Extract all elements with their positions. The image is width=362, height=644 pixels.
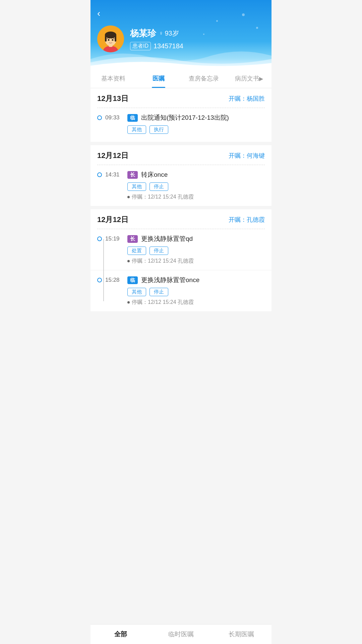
tag-exec-1: 执行: [149, 125, 168, 134]
date-section-1: 12月13日 开嘱：杨国胜 09:33 临 出院通知(预计2017-12-13出…: [90, 88, 272, 142]
avatar: [97, 25, 124, 52]
order-type-badge-3-2: 临: [127, 276, 138, 284]
tag-other-2: 其他: [127, 182, 146, 191]
order-name-2: 转床once: [141, 170, 265, 179]
doctor-label-3: 开嘱：孔德霞: [229, 216, 265, 224]
date-section-2: 12月12日 开嘱：何海键 14:31 长 转床once 其他 停止 停嘱：12…: [90, 145, 272, 206]
tag-stop-3-1: 停止: [149, 247, 168, 255]
tab-rounds-notes[interactable]: 查房备忘录: [181, 69, 226, 88]
order-type-badge-1: 临: [127, 114, 138, 122]
patient-id: 13457184: [154, 42, 183, 50]
gender-icon: ♀: [159, 30, 164, 37]
stop-dot-icon-3-1: [127, 260, 130, 262]
tab-orders[interactable]: 医嘱: [136, 69, 181, 88]
order-tags-3-1: 处置 停止: [127, 247, 265, 255]
order-tags-1: 其他 执行: [127, 125, 265, 134]
tabs-bar: 基本资料 医嘱 查房备忘录 病历文书▶: [90, 69, 272, 88]
svg-rect-5: [105, 35, 107, 42]
doctor-label-2: 开嘱：何海键: [229, 152, 265, 160]
order-circle-icon-3-2: [97, 278, 102, 282]
date-label-2: 12月12日: [97, 151, 128, 161]
doctor-label-1: 开嘱：杨国胜: [229, 95, 265, 103]
stop-dot-icon-2: [127, 196, 130, 198]
date-label-3: 12月12日: [97, 215, 128, 225]
order-item-1[interactable]: 09:33 临 出院通知(预计2017-12-13出院) 其他 执行: [90, 108, 272, 142]
tag-handle-3-1: 处置: [127, 247, 146, 255]
tag-stop-3-2: 停止: [149, 288, 168, 296]
timeline-section-3: 15:19 长 更换浅静脉置管qd 处置 停止 停嘱：12/12 15:24 孔…: [90, 229, 272, 311]
order-tags-2: 其他 停止: [127, 182, 265, 191]
order-item-3-1[interactable]: 15:19 长 更换浅静脉置管qd 处置 停止 停嘱：12/12 15:24 孔…: [90, 229, 272, 270]
order-tags-3-2: 其他 停止: [127, 288, 265, 296]
tab-arrow-icon: ▶: [259, 76, 263, 82]
order-time-3-2: 15:28: [105, 277, 124, 283]
order-name-3-2: 更换浅静脉置管once: [141, 276, 265, 284]
order-type-badge-2: 长: [127, 171, 138, 179]
profile-info: 杨某珍 ♀ 93岁 患者ID 13457184: [130, 28, 183, 50]
svg-point-7: [108, 39, 110, 41]
stop-info-2: 停嘱：12/12 15:24 孔德霞: [127, 194, 265, 201]
order-circle-icon-3-1: [97, 236, 102, 241]
date-section-3: 12月12日 开嘱：孔德霞 15:19 长 更换浅静脉置管qd 处置 停止: [90, 209, 272, 311]
order-time-3-1: 15:19: [105, 235, 124, 242]
patient-name: 杨某珍: [130, 28, 156, 39]
order-circle-icon: [97, 115, 102, 120]
order-item-2[interactable]: 14:31 长 转床once 其他 停止 停嘱：12/12 15:24 孔德霞: [90, 165, 272, 206]
order-item-3-2[interactable]: 15:28 临 更换浅静脉置管once 其他 停止 停嘱：12/12 15:24…: [90, 270, 272, 311]
svg-point-8: [112, 39, 114, 41]
order-circle-icon-2: [97, 172, 102, 177]
tag-stop-2: 停止: [149, 182, 168, 191]
timeline-line: [103, 239, 104, 301]
date-label-1: 12月13日: [97, 94, 128, 104]
tag-other-1: 其他: [127, 125, 146, 134]
order-name-3-1: 更换浅静脉置管qd: [141, 234, 265, 243]
tab-medical-records[interactable]: 病历文书▶: [226, 69, 272, 88]
order-time-2: 14:31: [105, 171, 124, 178]
patient-age: 93岁: [165, 29, 179, 38]
order-type-badge-3-1: 长: [127, 235, 138, 243]
back-button[interactable]: ‹: [97, 8, 100, 19]
stop-dot-icon-3-2: [127, 301, 130, 304]
content-area: 12月13日 开嘱：杨国胜 09:33 临 出院通知(预计2017-12-13出…: [90, 88, 272, 341]
id-badge: 患者ID: [130, 42, 151, 50]
header: ‹: [90, 0, 272, 69]
tag-other-3-2: 其他: [127, 288, 146, 296]
stop-info-3-1: 停嘱：12/12 15:24 孔德霞: [127, 258, 265, 265]
stop-info-3-2: 停嘱：12/12 15:24 孔德霞: [127, 299, 265, 306]
tab-basic-info[interactable]: 基本资料: [90, 69, 136, 88]
order-name-1: 出院通知(预计2017-12-13出院): [141, 113, 265, 122]
order-time-1: 09:33: [105, 114, 124, 121]
svg-rect-6: [115, 35, 116, 42]
